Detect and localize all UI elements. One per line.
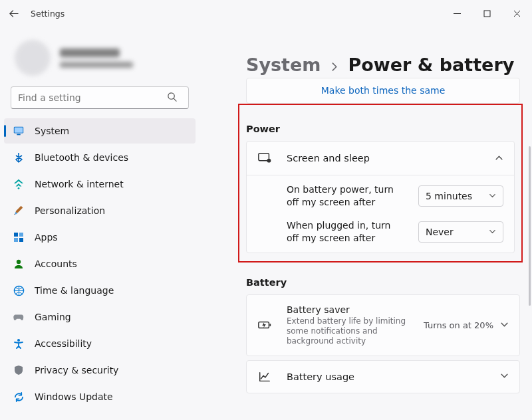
nav-gaming[interactable]: Gaming [4, 304, 196, 330]
breadcrumb-parent[interactable]: System [246, 54, 321, 75]
search-box [11, 86, 189, 109]
chevron-up-icon [495, 152, 503, 165]
chevron-down-icon [489, 228, 496, 235]
battery-screen-label: On battery power, turn off my screen aft… [287, 183, 418, 209]
chevron-down-icon [500, 370, 509, 383]
close-icon [513, 10, 521, 17]
battery-usage-title: Battery usage [287, 371, 500, 382]
power-section-title: Power [246, 124, 515, 134]
account-block[interactable] [0, 36, 200, 84]
arrow-left-icon [9, 9, 19, 19]
svg-rect-0 [484, 11, 490, 17]
nav-label: Personalization [35, 205, 105, 216]
avatar [15, 40, 51, 76]
nav-label: Privacy & security [35, 365, 118, 375]
close-button[interactable] [502, 3, 532, 24]
account-name [60, 49, 120, 57]
nav-label: Windows Update [35, 391, 113, 402]
nav-apps[interactable]: Apps [4, 225, 196, 250]
nav-label: Time & language [35, 285, 114, 296]
minimize-icon [454, 10, 461, 17]
svg-point-5 [18, 187, 20, 189]
gamepad-icon [12, 310, 25, 324]
chevron-right-icon [330, 61, 338, 74]
battery-screen-row: On battery power, turn off my screen aft… [247, 175, 514, 217]
svg-rect-16 [269, 324, 271, 326]
nav-personalization[interactable]: Personalization [4, 198, 196, 223]
svg-rect-7 [19, 233, 23, 237]
screen-sleep-header[interactable]: Screen and sleep [247, 142, 514, 175]
accessibility-icon [12, 337, 25, 350]
chevron-down-icon [500, 319, 509, 332]
nav-label: Network & internet [35, 179, 124, 189]
monitor-icon [12, 124, 25, 138]
nav-label: Apps [35, 232, 58, 243]
nav-privacy-security[interactable]: Privacy & security [4, 358, 196, 383]
battery-saver-header[interactable]: Battery saver Extend battery life by lim… [247, 295, 519, 356]
battery-section-title: Battery [246, 277, 520, 288]
brush-icon [12, 204, 25, 217]
highlight-annotation: Power Screen and sleep On battery power,… [238, 104, 523, 262]
chevron-down-icon [489, 192, 496, 199]
nav-accessibility[interactable]: Accessibility [4, 331, 196, 356]
window-title: Settings [31, 9, 65, 19]
battery-usage-header[interactable]: Battery usage [247, 361, 519, 393]
sync-icon [12, 390, 25, 403]
battery-saver-icon [257, 318, 272, 332]
breadcrumb: System Power & battery [200, 27, 520, 75]
svg-point-14 [267, 159, 271, 163]
svg-rect-3 [15, 128, 23, 133]
battery-saver-subtitle: Extend battery life by limiting some not… [287, 316, 424, 346]
search-input[interactable] [11, 86, 189, 109]
shield-icon [12, 364, 25, 377]
maximize-icon [483, 10, 491, 17]
nav-label: Bluetooth & devices [35, 152, 128, 163]
nav-network[interactable]: Network & internet [4, 171, 196, 197]
nav-accounts[interactable]: Accounts [4, 251, 196, 276]
wifi-icon [12, 177, 25, 191]
select-value: 5 minutes [426, 191, 472, 201]
nav-label: Accounts [35, 259, 77, 269]
battery-saver-value: Turns on at 20% [424, 320, 493, 330]
sidebar: System Bluetooth & devices Network & int… [0, 27, 200, 420]
vertical-scrollbar[interactable] [529, 146, 531, 306]
battery-saver-title: Battery saver [287, 304, 424, 315]
maximize-button[interactable] [472, 3, 502, 24]
battery-usage-card: Battery usage [246, 360, 520, 393]
apps-icon [12, 231, 25, 244]
svg-rect-9 [19, 238, 23, 242]
account-email [60, 62, 133, 68]
nav-label: System [35, 126, 69, 136]
screen-sleep-title: Screen and sleep [287, 153, 495, 163]
nav-time-language[interactable]: Time & language [4, 278, 196, 303]
plugged-screen-label: When plugged in, turn off my screen afte… [287, 219, 418, 245]
screen-sleep-card: Screen and sleep On battery power, turn … [246, 141, 515, 253]
chart-icon [257, 370, 272, 383]
content-pane: System Power & battery Make both times t… [200, 27, 532, 420]
svg-point-10 [17, 260, 21, 264]
plugged-screen-select[interactable]: Never [418, 221, 503, 243]
svg-rect-4 [17, 134, 20, 136]
person-icon [12, 257, 25, 270]
battery-screen-select[interactable]: 5 minutes [418, 185, 503, 207]
breadcrumb-current: Power & battery [348, 54, 514, 75]
plugged-screen-row: When plugged in, turn off my screen afte… [247, 217, 514, 253]
battery-saver-card: Battery saver Extend battery life by lim… [246, 294, 520, 356]
window-controls [442, 3, 532, 24]
back-button[interactable] [0, 0, 27, 27]
nav-windows-update[interactable]: Windows Update [4, 384, 196, 409]
nav-label: Gaming [35, 312, 71, 322]
title-bar: Settings [0, 0, 532, 27]
svg-rect-8 [14, 238, 18, 242]
nav-system[interactable]: System [4, 118, 196, 144]
nav-list: System Bluetooth & devices Network & int… [0, 117, 200, 409]
screen-sleep-icon [257, 151, 272, 165]
select-value: Never [426, 227, 454, 237]
make-both-times-link[interactable]: Make both times the same [321, 85, 446, 96]
svg-rect-6 [14, 233, 18, 237]
globe-clock-icon [12, 284, 25, 297]
minimize-button[interactable] [442, 3, 472, 24]
bluetooth-icon [12, 151, 25, 164]
nav-bluetooth[interactable]: Bluetooth & devices [4, 145, 196, 170]
match-times-card: Make both times the same [246, 78, 520, 104]
